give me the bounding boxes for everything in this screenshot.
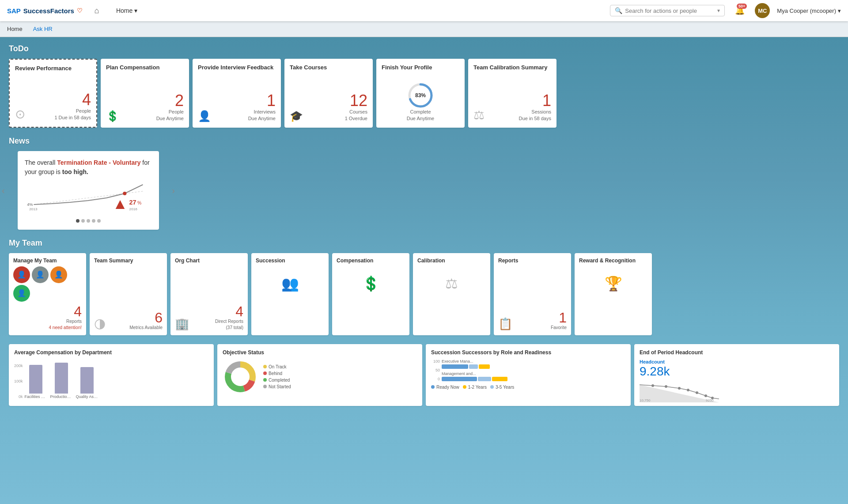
todo-card-count-6: 1 [519,93,551,109]
headcount-chart-title: End of Period Headcount [640,349,834,356]
team-avatars: 👤 👤 👤 👤 [13,266,82,302]
succession-chart-wrapper: 100500 Executive Mana... Manag [431,359,625,390]
todo-card-icon-3: 👤 [198,110,211,122]
bar-group-2: Quality Assura... [76,367,98,399]
user-avatar: MC [755,3,770,18]
headcount-label: Headcount [640,359,665,364]
notifications-badge: 50+ [737,4,747,9]
todo-card-review-performance[interactable]: Review Performance ⊙ 4 People 1 Due in 5… [9,59,97,128]
todo-card-title-1: Review Performance [15,65,91,72]
bar-1 [55,363,68,394]
team-card-subtitle-6: Favorite [551,325,567,331]
succession-row-1: Management and... [442,371,625,381]
team-card-icon-1: ◑ [94,315,106,331]
succession-row-0: Executive Mana... [442,359,625,369]
todo-card-count-1: 4 [54,92,91,108]
news-section: News ‹ The overall Termination Rate - Vo… [9,136,839,230]
avg-comp-y-labels: 200k 100k 0k [14,364,23,399]
headcount-value: 9.28k [640,364,670,379]
succ-dot-ready-now [431,385,435,389]
legend-label-completed: Completed [269,378,290,383]
subnav-home[interactable]: Home [7,22,23,36]
news-dots [25,219,152,223]
team-card-icon-4: 💲 [362,275,380,292]
donut-chart-svg [223,359,258,394]
team-card-icon-7: 🏆 [605,275,622,292]
svg-text:10,750: 10,750 [640,398,651,402]
todo-card-finish-profile[interactable]: Finish Your Profile 83% Complete Due Any… [376,59,465,128]
svg-text:9250: 9250 [706,398,714,402]
team-card-calibration[interactable]: Calibration ⚖ [413,253,490,335]
news-dot-2[interactable] [81,219,85,223]
news-next-button[interactable]: › [172,185,175,195]
home-icon-button[interactable]: ⌂ [90,4,104,18]
team-card-succession[interactable]: Succession 👥 [251,253,329,335]
news-dot-3[interactable] [87,219,90,223]
search-input[interactable] [625,8,713,14]
news-dot-4[interactable] [92,219,95,223]
home-menu-button[interactable]: Home ▾ [111,4,143,17]
legend-label-behind: Behind [269,371,282,376]
todo-card-take-courses[interactable]: Take Courses 🎓 12 Courses 1 Overdue [284,59,373,128]
chart-avg-compensation: Average Compensation by Department 200k … [9,344,214,406]
home-menu-label: Home [116,7,132,14]
svg-line-2 [34,191,143,205]
succ-dot-3-5-years [490,385,494,389]
user-name-button[interactable]: Mya Cooper (mcooper) ▾ [777,8,841,14]
headcount-content: Headcount 9.28k 10,750 9250 [640,359,834,402]
chart-avg-comp-title: Average Compensation by Department [14,349,208,356]
avg-comp-bars: Facilities Mai... Production US ... Qual… [25,364,98,399]
my-team-section: My Team Manage My Team 👤 👤 👤 👤 4 Reports [9,239,839,335]
todo-card-icon-4: 🎓 [290,110,303,122]
donut-legend: On Track Behind Completed Not Started [263,364,291,389]
legend-dot-completed [263,378,267,382]
todo-card-plan-compensation[interactable]: Plan Compensation 💲 2 People Due Anytime [101,59,189,128]
team-card-reports[interactable]: Reports 📋 1 Favorite [494,253,571,335]
succ-dot-1-2-years [463,385,466,389]
team-card-title-6: Reports [498,258,567,264]
bar-group-0: Facilities Mai... [25,365,47,399]
svg-text:%: % [137,201,141,205]
news-card: The overall Termination Rate - Voluntary… [18,151,159,230]
team-card-icon-2: 🏢 [175,317,189,331]
bottom-charts-container: Average Compensation by Department 200k … [9,344,839,406]
search-bar[interactable]: 🔍 ▾ [610,5,725,16]
team-card-subtitle-0: Reports 4 need attention! [49,318,82,331]
todo-card-count-3: 1 [248,93,276,109]
svg-point-16 [665,385,667,388]
legend-on-track: On Track [263,364,291,369]
succ-bar-1-0 [442,377,477,381]
team-card-manage-my-team[interactable]: Manage My Team 👤 👤 👤 👤 4 Reports 4 need … [9,253,86,335]
news-dot-5[interactable] [97,219,101,223]
subnav-askhr[interactable]: Ask HR [33,22,53,36]
top-navigation: SAP SuccessFactors ♡ ⌂ Home ▾ 🔍 ▾ 🔔 50+ … [0,0,848,21]
avatar-4: 👤 [13,285,30,302]
team-card-reward-recognition[interactable]: Reward & Recognition 🏆 [575,253,652,335]
todo-card-icon-6: ⚖ [473,108,485,122]
todo-section-title: ToDo [9,44,839,53]
notifications-button[interactable]: 🔔 50+ [732,3,748,19]
succ-legend-ready-now: Ready Now [431,385,459,390]
todo-card-interview-feedback[interactable]: Provide Interview Feedback 👤 1 Interview… [193,59,281,128]
news-chart: 4% 2013 2016 27 % [25,180,152,216]
news-dot-1[interactable] [76,219,80,223]
legend-label-on-track: On Track [269,364,287,369]
team-card-org-chart[interactable]: Org Chart 🏢 4 Direct Reports (37 total) [170,253,248,335]
todo-cards-container: Review Performance ⊙ 4 People 1 Due in 5… [9,59,839,128]
bar-label-0: Facilities Mai... [25,394,47,399]
team-card-team-summary[interactable]: Team Summary ◑ 6 Metrics Available [90,253,167,335]
succ-bar-0-1 [469,364,478,369]
todo-card-title-6: Team Calibration Summary [473,64,551,72]
svg-text:2013: 2013 [29,207,38,211]
news-highlight-text: Termination Rate - Voluntary [57,159,140,166]
todo-card-title-5: Finish Your Profile [382,64,459,72]
succ-bar-1-1 [478,377,491,381]
team-card-title-7: Reward & Recognition [579,258,647,264]
team-card-count-6: 1 [551,311,567,325]
todo-card-calibration-summary[interactable]: Team Calibration Summary ⚖ 1 Sessions Du… [468,59,556,128]
succ-legend-1-2-years: 1-2 Years [463,385,487,390]
svg-point-20 [704,394,707,397]
team-card-compensation[interactable]: Compensation 💲 [332,253,409,335]
legend-dot-on-track [263,365,267,368]
news-prev-button[interactable]: ‹ [2,185,5,195]
